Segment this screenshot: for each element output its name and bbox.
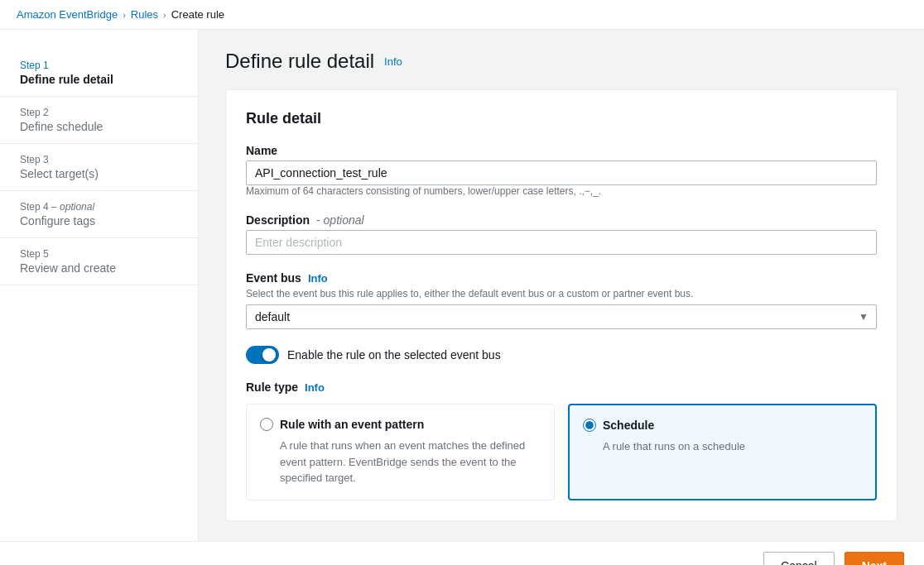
sidebar-step-4-number: Step 4 – optional [20,201,178,213]
sidebar-step-5[interactable]: Step 5 Review and create [0,238,198,285]
rule-detail-card: Rule detail Name Maximum of 64 character… [225,89,898,521]
radio-schedule-desc: A rule that runs on a schedule [603,438,862,455]
page-title: Define rule detail [225,50,374,73]
sidebar-step-2-number: Step 2 [20,107,178,118]
sidebar-step-4[interactable]: Step 4 – optional Configure tags [0,191,198,238]
radio-event-pattern-title: Rule with an event pattern [280,418,424,431]
description-form-group: Description - optional [246,213,877,255]
event-bus-select[interactable]: default custom [246,304,877,329]
rule-type-label: Rule type Info [246,381,877,394]
radio-event-pattern-desc: A rule that runs when an event matches t… [280,438,541,486]
sidebar-step-5-name: Review and create [20,261,178,275]
event-bus-label: Event bus Info [246,271,877,285]
sidebar-step-2[interactable]: Step 2 Define schedule [0,97,198,144]
sidebar-step-3[interactable]: Step 3 Select target(s) [0,144,198,191]
breadcrumb-chevron-2: › [163,10,166,20]
breadcrumb-current: Create rule [171,8,224,21]
rule-type-options: Rule with an event pattern A rule that r… [246,404,877,500]
sidebar-step-1-number: Step 1 [20,60,178,71]
sidebar: Step 1 Define rule detail Step 2 Define … [0,30,199,541]
page-title-row: Define rule detail Info [225,50,898,73]
name-input[interactable] [246,160,877,185]
radio-schedule[interactable] [583,419,596,432]
event-bus-form-group: Event bus Info Select the event bus this… [246,271,877,329]
card-title: Rule detail [246,110,877,127]
sidebar-step-4-name: Configure tags [20,214,178,227]
event-bus-hint: Select the event bus this rule applies t… [246,288,877,299]
name-hint: Maximum of 64 characters consisting of n… [246,185,877,197]
enable-toggle-label: Enable the rule on the selected event bu… [287,348,501,362]
radio-schedule-title: Schedule [603,419,654,432]
rule-type-section: Rule type Info Rule with an event patter… [246,381,877,500]
radio-card-event-pattern-header: Rule with an event pattern [260,418,541,431]
event-bus-info-link[interactable]: Info [308,272,328,285]
sidebar-step-1[interactable]: Step 1 Define rule detail [0,50,198,97]
sidebar-step-3-name: Select target(s) [20,167,178,180]
description-label: Description - optional [246,213,877,227]
cancel-button[interactable]: Cancel [763,552,835,566]
name-label: Name [246,144,877,157]
radio-card-event-pattern[interactable]: Rule with an event pattern A rule that r… [246,404,555,500]
radio-card-schedule-header: Schedule [583,419,862,432]
enable-toggle[interactable] [246,346,279,364]
event-bus-select-wrapper: default custom ▼ [246,304,877,329]
breadcrumb-chevron-1: › [123,10,126,20]
name-form-group: Name Maximum of 64 characters consisting… [246,144,877,197]
breadcrumb-eventbridge[interactable]: Amazon EventBridge [17,8,118,21]
sidebar-step-1-name: Define rule detail [20,73,178,86]
next-button[interactable]: Next [845,552,904,566]
page-info-link[interactable]: Info [384,55,402,68]
sidebar-step-5-number: Step 5 [20,248,178,260]
content-area: Define rule detail Info Rule detail Name… [199,30,924,541]
rule-type-info-link[interactable]: Info [305,381,325,394]
footer: Cancel Next [0,541,924,566]
radio-event-pattern[interactable] [260,418,273,431]
breadcrumb-rules[interactable]: Rules [131,8,158,21]
sidebar-step-3-number: Step 3 [20,154,178,165]
description-input[interactable] [246,230,877,255]
radio-card-schedule[interactable]: Schedule A rule that runs on a schedule [568,404,877,500]
breadcrumb: Amazon EventBridge › Rules › Create rule [0,0,924,30]
description-optional: - optional [316,213,364,227]
enable-toggle-row: Enable the rule on the selected event bu… [246,346,877,364]
sidebar-step-2-name: Define schedule [20,120,178,133]
